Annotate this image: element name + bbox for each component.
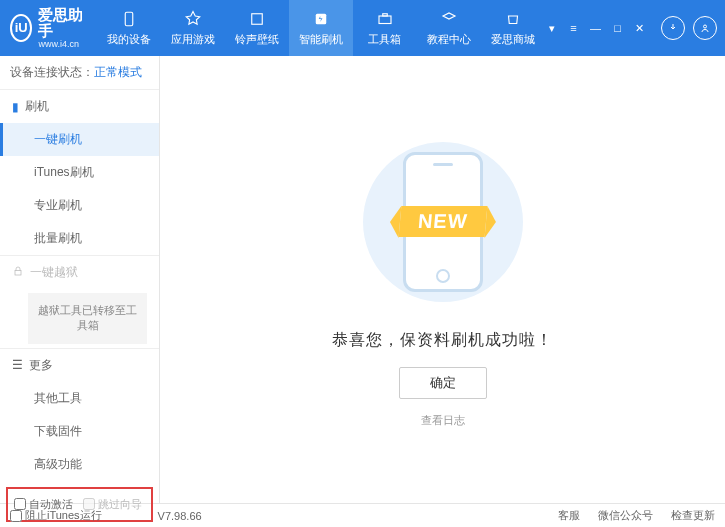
success-message: 恭喜您，保资料刷机成功啦！ (332, 330, 553, 351)
connection-status: 设备连接状态：正常模式 (0, 56, 159, 90)
sidebar-item-download-fw[interactable]: 下载固件 (0, 415, 159, 448)
sidebar-section-jailbreak[interactable]: 一键越狱 (0, 255, 159, 289)
ok-button[interactable]: 确定 (399, 367, 487, 399)
nav-my-device[interactable]: 我的设备 (97, 0, 161, 56)
flash-icon (311, 9, 331, 29)
window-controls: ▾ ≡ — □ ✕ (545, 22, 647, 35)
success-illustration: NEW (353, 132, 533, 312)
new-badge: NEW (398, 206, 486, 237)
flash-section-icon: ▮ (12, 100, 19, 114)
ringtone-icon (247, 9, 267, 29)
minimize-icon[interactable]: — (589, 22, 603, 35)
sidebar: 设备连接状态：正常模式 ▮ 刷机 一键刷机 iTunes刷机 专业刷机 批量刷机… (0, 56, 160, 503)
nav-apps[interactable]: 应用游戏 (161, 0, 225, 56)
app-name: 爱思助手 (38, 7, 84, 40)
apps-icon (183, 9, 203, 29)
logo-icon: iU (10, 14, 32, 42)
sidebar-item-onekey[interactable]: 一键刷机 (0, 123, 159, 156)
main-nav: 我的设备 应用游戏 铃声壁纸 智能刷机 工具箱 教程中心 爱思商城 (97, 0, 545, 56)
mall-icon (503, 9, 523, 29)
sidebar-section-flash[interactable]: ▮ 刷机 (0, 90, 159, 123)
sidebar-item-itunes[interactable]: iTunes刷机 (0, 156, 159, 189)
main-content: NEW 恭喜您，保资料刷机成功啦！ 确定 查看日志 (160, 56, 725, 503)
nav-smart-flash[interactable]: 智能刷机 (289, 0, 353, 56)
jailbreak-tip: 越狱工具已转移至工具箱 (28, 293, 147, 344)
more-icon: ☰ (12, 358, 23, 372)
svg-point-5 (703, 25, 706, 28)
nav-tutorial[interactable]: 教程中心 (417, 0, 481, 56)
sidebar-section-more[interactable]: ☰ 更多 (0, 348, 159, 382)
user-button[interactable] (693, 16, 717, 40)
lock-icon (12, 265, 24, 280)
tutorial-icon (439, 9, 459, 29)
nav-toolbox[interactable]: 工具箱 (353, 0, 417, 56)
svg-rect-4 (382, 14, 387, 16)
maximize-icon[interactable]: □ (611, 22, 625, 35)
phone-icon (119, 9, 139, 29)
footer-update[interactable]: 检查更新 (671, 508, 715, 523)
settings-icon-small[interactable]: ≡ (567, 22, 581, 35)
nav-mall[interactable]: 爱思商城 (481, 0, 545, 56)
sidebar-item-pro[interactable]: 专业刷机 (0, 189, 159, 222)
svg-rect-3 (379, 16, 391, 24)
sidebar-item-other-tools[interactable]: 其他工具 (0, 382, 159, 415)
svg-rect-1 (251, 14, 262, 25)
sidebar-item-batch[interactable]: 批量刷机 (0, 222, 159, 255)
nav-ringtone[interactable]: 铃声壁纸 (225, 0, 289, 56)
footer-service[interactable]: 客服 (558, 508, 580, 523)
svg-rect-6 (15, 271, 21, 276)
version-label: V7.98.66 (158, 510, 202, 522)
svg-rect-0 (125, 12, 133, 26)
footer-wechat[interactable]: 微信公众号 (598, 508, 653, 523)
download-button[interactable] (661, 16, 685, 40)
sidebar-item-advanced[interactable]: 高级功能 (0, 448, 159, 481)
app-url: www.i4.cn (38, 40, 84, 50)
toolbox-icon (375, 9, 395, 29)
app-header: iU 爱思助手 www.i4.cn 我的设备 应用游戏 铃声壁纸 智能刷机 工具… (0, 0, 725, 56)
view-log-link[interactable]: 查看日志 (421, 413, 465, 428)
menu-icon[interactable]: ▾ (545, 22, 559, 35)
close-icon[interactable]: ✕ (633, 22, 647, 35)
logo-area: iU 爱思助手 www.i4.cn (10, 7, 97, 50)
block-itunes-checkbox[interactable]: 阻止iTunes运行 (10, 508, 102, 523)
